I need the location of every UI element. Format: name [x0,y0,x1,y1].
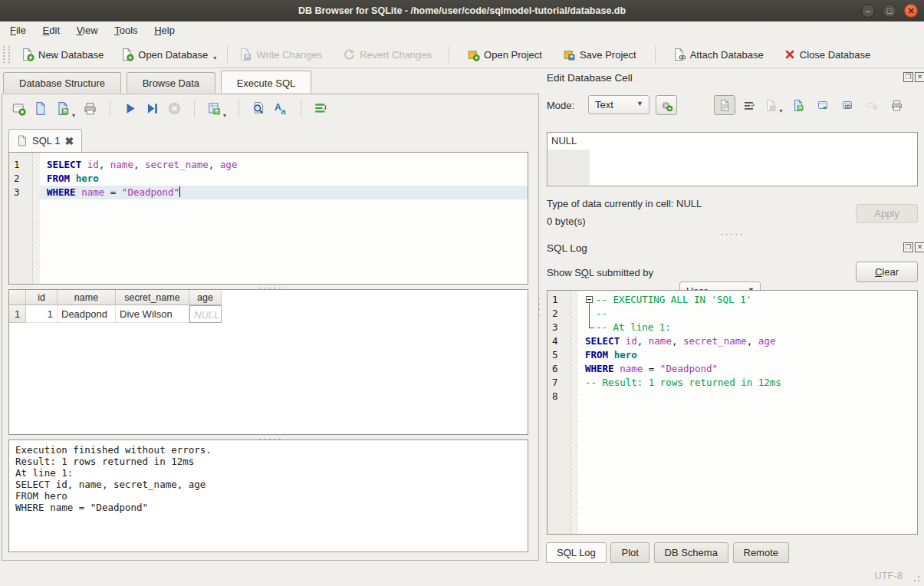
editor-fold-margin [33,153,40,284]
open-in-external-button[interactable] [812,95,834,115]
close-button[interactable]: ✕ [904,4,918,18]
editor-line-current: WHERE name = "Deadpond" [40,186,528,199]
cell-type-info: Type of data currently in cell: NULL [547,198,702,209]
attach-database-button[interactable]: Attach Database [666,44,770,64]
stop-execution-button[interactable] [167,101,182,116]
new-database-icon [21,48,35,61]
corner-header-cell[interactable] [9,290,26,305]
cell-id[interactable]: 1 [26,305,58,323]
export-cell-data-button[interactable] [788,95,809,115]
toolbar-separator [238,100,239,117]
log-line-numbers: 1 2 3 4 5 6 7 8 [547,291,571,534]
apply-button[interactable]: Apply [856,204,918,223]
editor-line: FROM hero [40,172,528,186]
resize-grip[interactable] [910,572,920,582]
tab-plot[interactable]: Plot [610,542,649,563]
menu-view[interactable]: View [70,21,105,39]
column-header-age[interactable]: age [189,290,222,305]
cell-editor-toolbar: ▾ [714,95,907,115]
sql-editor[interactable]: 1 2 3 SELECT id, name, secret_name, age … [8,152,528,285]
open-sql-file-button[interactable] [34,101,48,116]
menu-file[interactable]: File [3,21,33,39]
revert-changes-icon [342,48,356,61]
float-panel-icon[interactable]: ❐ [903,72,913,82]
save-sql-file-button[interactable]: ▾ [56,101,75,116]
import-cell-data-button[interactable]: ▾ [763,95,784,115]
mode-select[interactable]: Text ▼ [588,95,649,114]
svg-text:a: a [281,106,287,115]
tab-db-schema[interactable]: DB Schema [654,542,728,563]
cell-value-editor[interactable]: NULL [547,132,918,186]
tab-database-structure[interactable]: Database Structure [3,72,121,93]
auto-switch-mode-button[interactable] [656,95,677,115]
maximize-button[interactable]: □ [883,4,896,18]
window-title: DB Browser for SQLite - /home/user/code/… [0,0,924,21]
save-results-button[interactable]: ▾ [207,101,226,116]
row-number-cell[interactable]: 1 [9,305,26,323]
toolbar-separator [227,46,228,63]
revert-changes-button[interactable]: Revert Changes [336,44,438,64]
status-bar: UTF-8 [0,563,924,586]
encoding-indicator: UTF-8 [874,570,903,581]
word-wrap-button[interactable] [314,101,328,116]
find-button[interactable] [252,101,266,116]
cell-secret-name[interactable]: Dive Wilson [116,305,189,323]
execute-line-button[interactable] [145,101,159,116]
sql-log-title: SQL Log [547,242,587,254]
open-project-icon [466,48,480,61]
cell-age[interactable]: NULL [189,305,222,323]
tab-browse-data[interactable]: Browse Data [127,72,215,93]
write-changes-button[interactable]: Write Changes [232,44,328,64]
open-project-button[interactable]: Open Project [460,44,548,64]
log-line: SELECT id, name, secret_name, age [578,334,917,348]
close-database-button[interactable]: Close Database [778,45,877,64]
column-header-secret-name[interactable]: secret_name [116,290,189,305]
open-database-dropdown-arrow[interactable]: ▾ [213,54,216,61]
minimize-button[interactable]: – [861,4,875,18]
clear-log-button[interactable]: Clear [856,262,918,282]
word-wrap-cell-button[interactable] [738,95,760,115]
menu-tools[interactable]: Tools [107,21,144,39]
edit-cell-title: Edit Database Cell [547,72,633,84]
close-panel-icon[interactable]: ✕ [915,242,924,252]
toolbar-drag-handle[interactable] [3,46,10,63]
format-sql-button[interactable]: Aa [274,101,288,116]
menu-edit[interactable]: Edit [36,21,67,39]
copy-link-button[interactable] [837,95,858,115]
new-database-button[interactable]: New Database [15,44,110,64]
chevron-down-icon: ▼ [636,100,643,107]
print-cell-button[interactable] [886,95,907,115]
open-sql-tab-button[interactable] [12,101,26,116]
float-panel-icon[interactable]: ❐ [903,242,913,252]
open-database-button[interactable]: Open Database ▾ [114,44,222,64]
tab-remote[interactable]: Remote [733,542,790,563]
cell-name[interactable]: Deadpond [58,305,116,323]
app-window: DB Browser for SQLite - /home/user/code/… [0,0,924,586]
save-project-icon [562,48,576,61]
column-header-id[interactable]: id [26,290,58,305]
close-panel-icon[interactable]: ✕ [915,72,924,82]
cell-size-info: 0 byte(s) [547,216,586,227]
log-fold-margin [571,291,578,534]
tab-sql-log[interactable]: SQL Log [546,542,607,563]
sql-log-view[interactable]: 1 2 3 4 5 6 7 8 -- EXECUTING ALL IN 'SQL… [547,290,918,535]
toolbar-separator [655,46,656,63]
sql-document-tab[interactable]: SQL 1 ✖ [8,129,82,152]
close-sql-tab-icon[interactable]: ✖ [64,135,74,147]
cell-value-text: NULL [551,135,577,146]
menu-help[interactable]: Help [147,21,182,39]
column-header-name[interactable]: name [58,290,116,305]
execution-message-box[interactable]: Execution finished without errors. Resul… [8,440,528,552]
text-mode-button[interactable] [714,95,735,115]
attach-database-icon [672,48,686,61]
toolbar-separator [194,100,195,117]
splitter-handle[interactable]: ····· [709,232,755,236]
execute-all-button[interactable] [123,101,137,116]
save-project-button[interactable]: Save Project [556,44,643,64]
print-sql-button[interactable] [83,101,97,116]
tab-execute-sql[interactable]: Execute SQL [221,71,312,93]
dock-tab-bar: SQL Log Plot DB Schema Remote [546,542,791,563]
main-tab-bar: Database Structure Browse Data Execute S… [3,71,314,93]
log-line: -- Result: 1 rows returned in 12ms [578,376,917,390]
set-null-button[interactable] [861,95,883,115]
